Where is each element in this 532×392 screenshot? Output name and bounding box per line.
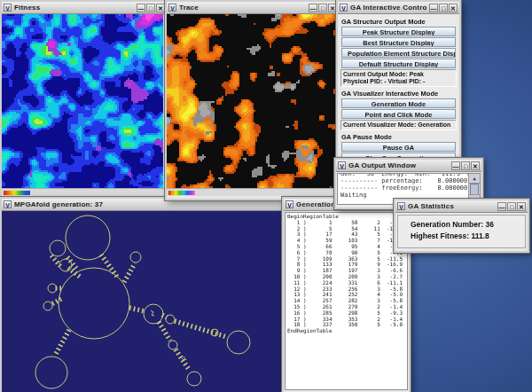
fitness-color-legend — [4, 191, 30, 195]
ga-statistics-window-title: GA Statistics — [408, 202, 495, 210]
minimize-button[interactable]: — — [309, 4, 317, 12]
status-panel: Current Visualizer Mode: Generation — [340, 120, 457, 130]
window-controls: — □ ✕ — [497, 202, 526, 211]
ga-controls-window-title: GA Interactive Controls — [350, 4, 426, 12]
rna-structure-view — [2, 211, 286, 392]
window-controls: — □ ✕ — [309, 4, 337, 12]
statistic-line: Highest Fitness: 111.8 — [398, 231, 525, 242]
trace-bottom-strip — [167, 188, 339, 196]
close-button[interactable]: ✕ — [156, 4, 165, 12]
close-button[interactable]: ✕ — [471, 161, 480, 170]
ga-controls-window: V GA Interactive Controls — □ ✕ GA Struc… — [336, 0, 461, 158]
section-heading: GA Structure Output Mode — [341, 18, 458, 26]
statistic-line: Generation Number: 36 — [398, 219, 525, 231]
scroll-up-icon[interactable]: ▲ — [469, 174, 480, 184]
status-line: Physical PID: - Virtual PID: - — [343, 78, 454, 85]
close-button[interactable]: ✕ — [449, 4, 458, 12]
generation-mode-button[interactable]: Generation Mode — [341, 98, 456, 108]
app-icon: V — [4, 200, 12, 208]
population-element-structure-display-button[interactable]: Population Element Structure Display — [341, 48, 456, 58]
ga-controls-titlebar[interactable]: V GA Interactive Controls — □ ✕ — [338, 2, 459, 14]
app-icon: V — [4, 4, 12, 12]
window-controls: — □ ✕ — [451, 161, 480, 170]
region-table-panel: BeginRegionTable 1 ) 1 58 2 -3.3 2 ) 5 5… — [285, 212, 408, 390]
trace-heatmap-canvas[interactable] — [167, 14, 335, 188]
status-line: Current Output Mode: Peak — [343, 71, 454, 78]
minimize-button[interactable]: — — [497, 202, 506, 211]
mpgafold-titlebar[interactable]: V MPGAfold generation: 37 — [2, 199, 286, 211]
trace-window: V Trace — □ ✕ — [165, 0, 340, 200]
fitness-map-area — [2, 14, 167, 196]
ga-output-window-title: GA Output Window — [348, 161, 449, 169]
window-controls: — □ ✕ — [429, 4, 458, 12]
app-icon: V — [397, 202, 405, 210]
peak-structure-display-button[interactable]: Peak Structure Display — [341, 27, 456, 36]
status-panel: Current Output Mode: PeakPhysical PID: -… — [340, 69, 457, 87]
ga-output-text: Gen: 36 Energy: min: 111.9 max: 9.1 avg:… — [338, 173, 480, 199]
log-line: Waiting — [340, 192, 480, 199]
section-heading: GA Pause Mode — [341, 133, 458, 141]
close-button[interactable]: ✕ — [517, 202, 526, 211]
log-line: ---------- freeEnergy: 0.000000 — [340, 184, 480, 192]
rna-secondary-structure-drawing — [2, 211, 282, 391]
pause-ga-button[interactable]: Pause GA — [341, 142, 456, 152]
trace-window-title: Trace — [179, 4, 306, 12]
app-icon: V — [340, 4, 348, 12]
mpgafold-window-title: MPGAfold generation: 37 — [14, 200, 284, 208]
maximize-button[interactable]: □ — [461, 161, 470, 170]
region-table: BeginRegionTable 1 ) 1 58 2 -3.3 2 ) 5 5… — [286, 213, 407, 334]
ga-statistics-window: V GA Statistics — □ ✕ Generation Number:… — [394, 199, 529, 253]
app-icon: V — [168, 4, 176, 12]
trace-color-legend — [168, 191, 195, 195]
maximize-button[interactable]: □ — [439, 4, 448, 12]
best-structure-display-button[interactable]: Best Structure Display — [341, 37, 456, 47]
ga-statistics-panel: Generation Number: 36Highest Fitness: 11… — [397, 215, 526, 248]
ga-output-titlebar[interactable]: V GA Output Window — □ ✕ — [336, 160, 481, 172]
fitness-window-title: Fitness — [14, 4, 134, 12]
fitness-heatmap-canvas[interactable] — [2, 14, 163, 188]
default-structure-display-button[interactable]: Default Structure Display — [341, 59, 456, 68]
status-line: Current Visualizer Mode: Generation — [343, 122, 454, 129]
trace-map-area — [167, 14, 339, 196]
fitness-bottom-strip — [2, 188, 167, 196]
section-heading: GA Visualizer Interactive Mode — [341, 90, 458, 98]
ga-statistics-titlebar[interactable]: V GA Statistics — □ ✕ — [395, 200, 528, 213]
generation-mode-window: V Generation Mo — □ ✕ BeginRegionTable 1… — [282, 197, 411, 392]
maximize-button[interactable]: □ — [146, 4, 155, 12]
maximize-button[interactable]: □ — [318, 4, 327, 12]
trace-titlebar[interactable]: V Trace — □ ✕ — [167, 2, 339, 14]
window-controls: — □ ✕ — [137, 4, 165, 12]
fitness-window: V Fitness — □ ✕ — [0, 0, 168, 200]
app-icon: V — [338, 161, 346, 169]
mpgafold-window: V MPGAfold generation: 37 — [0, 197, 287, 392]
minimize-button[interactable]: — — [137, 4, 145, 12]
fitness-titlebar[interactable]: V Fitness — □ ✕ — [2, 2, 167, 14]
log-line: ---------- percentage: 0.000000 — [340, 177, 480, 184]
ga-controls-body: GA Structure Output ModePeak Structure D… — [338, 14, 459, 165]
app-icon: V — [286, 200, 293, 208]
minimize-button[interactable]: — — [451, 161, 460, 170]
point-and-click-mode-button[interactable]: Point and Click Mode — [341, 109, 456, 119]
maximize-button[interactable]: □ — [507, 202, 516, 211]
minimize-button[interactable]: — — [429, 4, 438, 12]
desktop: V Fitness — □ ✕ V Trace — □ ✕ — [0, 0, 532, 392]
